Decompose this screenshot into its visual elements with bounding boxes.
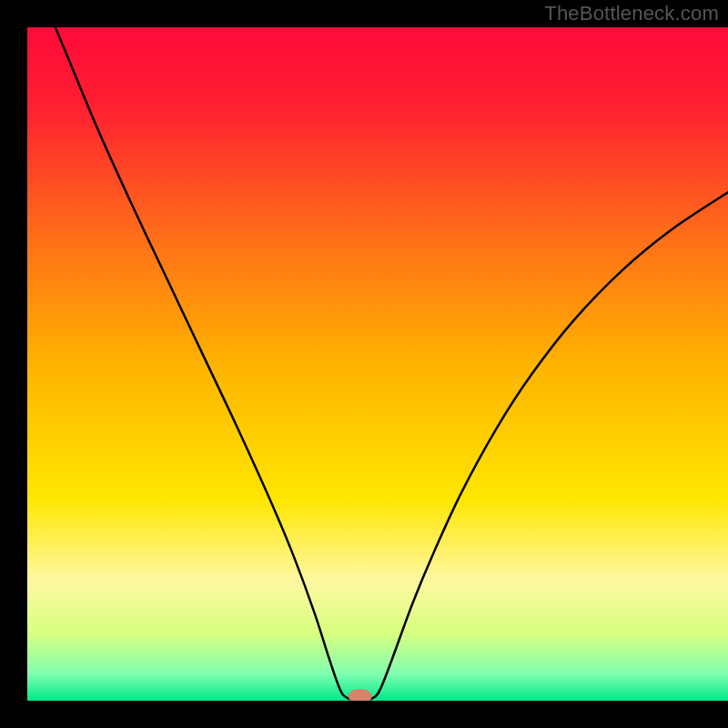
bottleneck-chart bbox=[0, 0, 728, 728]
gradient-background bbox=[27, 27, 728, 701]
optimum-marker bbox=[349, 689, 372, 703]
watermark-label: TheBottleneck.com bbox=[544, 2, 719, 25]
chart-container: TheBottleneck.com bbox=[0, 0, 728, 728]
